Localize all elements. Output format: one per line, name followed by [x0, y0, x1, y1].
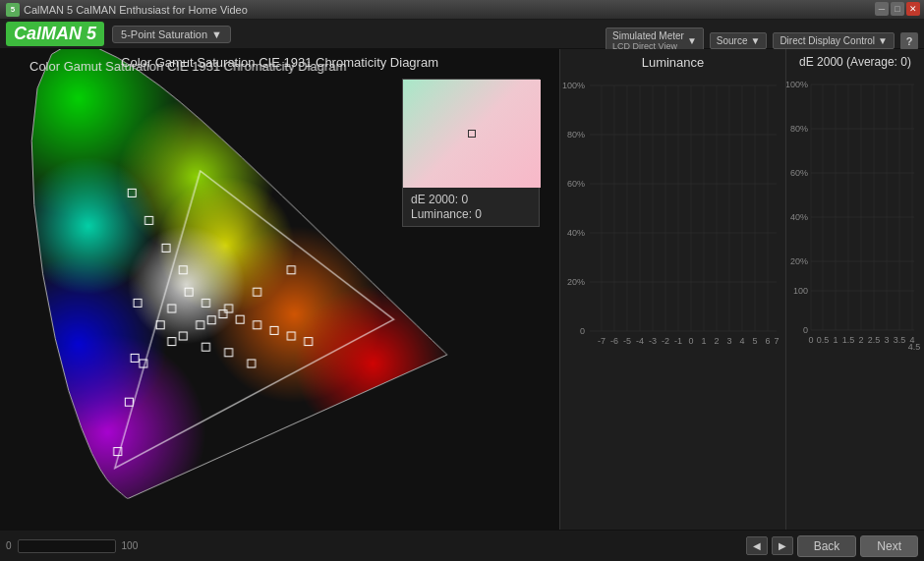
- svg-text:-6: -6: [610, 336, 618, 346]
- help-button[interactable]: ?: [900, 32, 918, 50]
- app-icon: 5: [6, 3, 20, 17]
- svg-text:1.5: 1.5: [842, 335, 855, 345]
- svg-text:3: 3: [726, 336, 731, 346]
- toolbar: CalMAN 5 5-Point Saturation ▼ Simulated …: [0, 20, 924, 49]
- direct-display-arrow-icon: ▼: [878, 35, 888, 46]
- svg-text:-7: -7: [598, 336, 606, 346]
- calman-logo: CalMAN 5: [6, 22, 104, 46]
- svg-text:7: 7: [774, 336, 779, 346]
- svg-text:100: 100: [793, 286, 808, 296]
- svg-text:1: 1: [833, 335, 837, 345]
- svg-text:4: 4: [739, 336, 744, 346]
- svg-text:40%: 40%: [790, 212, 808, 222]
- source-dropdown[interactable]: Source ▼: [710, 32, 768, 49]
- svg-text:-1: -1: [674, 336, 682, 346]
- maximize-button[interactable]: □: [891, 2, 904, 16]
- de-chart: 100% 80% 60% 40% 20% 100 0 0 0.5 1 1.5 2…: [786, 75, 924, 526]
- svg-text:6: 6: [765, 336, 770, 346]
- svg-text:60%: 60%: [567, 179, 585, 189]
- swatch-cursor: [468, 130, 476, 138]
- source-arrow-icon: ▼: [750, 35, 760, 46]
- close-button[interactable]: ✕: [906, 2, 920, 16]
- svg-text:1: 1: [701, 336, 706, 346]
- direct-display-dropdown[interactable]: Direct Display Control ▼: [773, 32, 895, 49]
- cie-panel: Color Gamut Saturation CIE 1931 Chromati…: [0, 49, 560, 530]
- simulated-meter-label: Simulated Meter: [612, 30, 684, 41]
- nav-prev-icon[interactable]: ◀: [746, 536, 768, 555]
- de-value: dE 2000: 0: [411, 193, 531, 206]
- main-content: Color Gamut Saturation CIE 1931 Chromati…: [0, 49, 924, 530]
- simulated-meter-arrow-icon: ▼: [687, 35, 697, 46]
- workflow-dropdown[interactable]: 5-Point Saturation ▼: [112, 26, 231, 43]
- swatch-info: dE 2000: 0 Luminance: 0: [403, 188, 539, 226]
- svg-text:-4: -4: [636, 336, 644, 346]
- back-button[interactable]: Back: [797, 535, 857, 557]
- direct-display-label: Direct Display Control: [780, 35, 875, 46]
- svg-text:3: 3: [884, 335, 889, 345]
- progress-value: 0: [6, 540, 12, 551]
- workflow-label: 5-Point Saturation: [121, 28, 207, 40]
- svg-text:3.5: 3.5: [894, 335, 906, 345]
- svg-text:-5: -5: [623, 336, 631, 346]
- statusbar: 0 100 ◀ ▶ Back Next: [0, 530, 924, 561]
- svg-text:-3: -3: [649, 336, 657, 346]
- next-button[interactable]: Next: [860, 535, 918, 557]
- color-swatch: dE 2000: 0 Luminance: 0: [402, 79, 540, 227]
- svg-text:20%: 20%: [790, 256, 808, 266]
- luminance-panel: Luminance 100% 80% 60% 40% 20% 0: [560, 49, 786, 530]
- svg-text:2: 2: [714, 336, 719, 346]
- swatch-gradient: [403, 80, 541, 188]
- luminance-title: Luminance: [560, 49, 785, 76]
- svg-text:0.5: 0.5: [817, 335, 830, 345]
- luminance-svg: 100% 80% 60% 40% 20% 0: [560, 76, 785, 527]
- de-svg: 100% 80% 60% 40% 20% 100 0 0 0.5 1 1.5 2…: [786, 75, 924, 526]
- source-label: Source: [717, 35, 748, 46]
- workflow-arrow-icon: ▼: [211, 28, 222, 40]
- status-left: 0 100: [6, 539, 138, 553]
- svg-text:20%: 20%: [567, 277, 585, 287]
- svg-text:0: 0: [808, 335, 813, 345]
- progress-bar-container: [18, 539, 116, 553]
- svg-text:2: 2: [858, 335, 863, 345]
- luminance-chart: 100% 80% 60% 40% 20% 0: [560, 76, 785, 527]
- luminance-value: Luminance: 0: [411, 207, 531, 221]
- svg-text:40%: 40%: [567, 228, 585, 238]
- de-title: dE 2000 (Average: 0): [786, 49, 924, 75]
- status-right: ◀ ▶ Back Next: [746, 535, 918, 557]
- svg-text:5: 5: [752, 336, 757, 346]
- nav-next-icon[interactable]: ▶: [772, 536, 793, 555]
- minimize-button[interactable]: ─: [875, 2, 889, 16]
- svg-text:0: 0: [580, 326, 585, 336]
- svg-text:-2: -2: [662, 336, 669, 346]
- window-controls: ─ □ ✕: [875, 2, 920, 16]
- de-panel: dE 2000 (Average: 0) 100% 80% 60% 40% 20…: [786, 49, 924, 530]
- svg-text:100%: 100%: [786, 80, 808, 89]
- svg-text:0: 0: [688, 336, 693, 346]
- svg-text:0: 0: [803, 325, 808, 335]
- svg-text:80%: 80%: [567, 130, 585, 140]
- svg-text:80%: 80%: [790, 124, 808, 134]
- svg-text:60%: 60%: [790, 168, 808, 178]
- svg-text:100%: 100%: [562, 81, 585, 90]
- cie-title: Color Gamut Saturation CIE 1931 Chromati…: [0, 49, 559, 76]
- title-bar: 5 CalMAN 5 CalMAN Enthusiast for Home Vi…: [0, 0, 924, 20]
- title-text: CalMAN 5 CalMAN Enthusiast for Home Vide…: [24, 4, 248, 16]
- svg-text:2.5: 2.5: [868, 335, 881, 345]
- progress-max: 100: [122, 540, 139, 551]
- svg-text:4.5: 4.5: [908, 342, 921, 352]
